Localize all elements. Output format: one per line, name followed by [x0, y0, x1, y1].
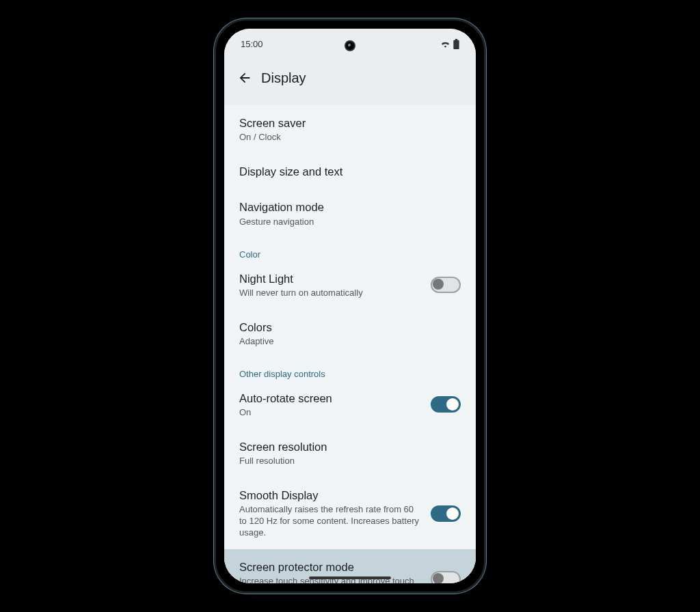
- night-light-toggle[interactable]: [431, 277, 461, 293]
- screen-protector-toggle[interactable]: [431, 571, 461, 583]
- item-auto-rotate[interactable]: Auto-rotate screen On: [224, 380, 476, 429]
- item-night-light[interactable]: Night Light Will never turn on automatic…: [224, 261, 476, 309]
- item-title: Display size and text: [239, 164, 461, 179]
- item-screen-resolution[interactable]: Screen resolution Full resolution: [224, 429, 476, 477]
- battery-icon: [453, 39, 459, 49]
- smooth-display-toggle[interactable]: [431, 505, 461, 522]
- section-color: Color: [224, 238, 476, 261]
- wifi-icon: [440, 40, 450, 48]
- phone-screen: 15:00 Display Screen saver On / Clock Di…: [224, 29, 476, 583]
- item-subtitle: Will never turn on automatically: [239, 288, 363, 299]
- item-colors[interactable]: Colors Adaptive: [224, 309, 476, 358]
- item-subtitle: Automatically raises the refresh rate fr…: [239, 504, 422, 539]
- page-header: Display: [224, 59, 476, 105]
- item-smooth-display[interactable]: Smooth Display Automatically raises the …: [224, 477, 476, 549]
- item-title: Colors: [239, 320, 461, 335]
- item-title: Auto-rotate screen: [239, 391, 332, 406]
- item-title: Screen resolution: [239, 439, 461, 454]
- item-subtitle: On: [239, 407, 332, 419]
- section-other: Other display controls: [224, 358, 476, 380]
- page-title: Display: [261, 70, 306, 86]
- item-title: Smooth Display: [239, 488, 422, 503]
- item-title: Screen protector mode: [239, 559, 422, 574]
- item-title: Navigation mode: [239, 199, 461, 214]
- item-subtitle: On / Clock: [239, 132, 461, 143]
- phone-frame: 15:00 Display Screen saver On / Clock Di…: [214, 18, 486, 594]
- status-icons: [440, 39, 459, 49]
- status-time: 15:00: [241, 39, 263, 49]
- camera-hole-icon: [345, 40, 355, 51]
- item-navigation-mode[interactable]: Navigation mode Gesture navigation: [224, 189, 476, 238]
- item-screen-saver[interactable]: Screen saver On / Clock: [224, 105, 476, 154]
- item-subtitle: Adaptive: [239, 336, 461, 348]
- arrow-back-icon: [237, 70, 252, 85]
- item-display-size[interactable]: Display size and text: [224, 154, 476, 189]
- back-button[interactable]: [232, 66, 257, 90]
- item-title: Night Light: [239, 271, 363, 286]
- item-subtitle: Full resolution: [239, 456, 461, 467]
- item-title: Screen saver: [239, 115, 461, 130]
- auto-rotate-toggle[interactable]: [431, 396, 461, 413]
- nav-handle-icon[interactable]: [309, 576, 391, 579]
- settings-list[interactable]: Screen saver On / Clock Display size and…: [224, 105, 476, 583]
- item-subtitle: Gesture navigation: [239, 217, 461, 228]
